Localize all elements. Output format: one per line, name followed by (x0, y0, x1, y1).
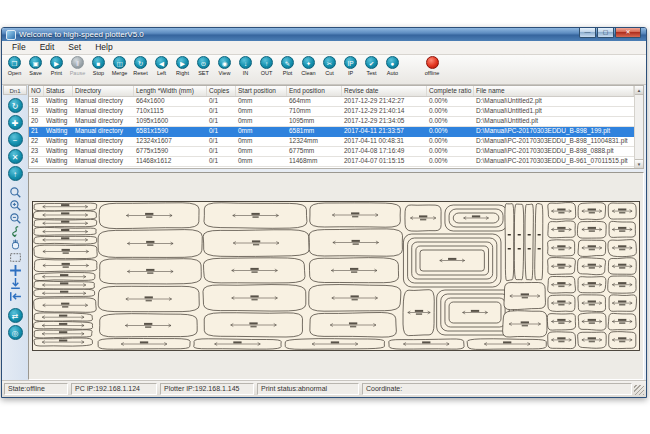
menu-item-edit[interactable]: Edit (33, 41, 62, 54)
table-cell: 21 (29, 127, 44, 136)
view-icon: ◉ (218, 56, 231, 69)
toolbar-button-view[interactable]: ◉View (214, 56, 235, 76)
sidebar-pan-hand-icon[interactable] (8, 238, 22, 251)
minimize-button[interactable]: — (579, 28, 596, 38)
column-header-copies[interactable]: Copies (207, 86, 236, 96)
resize-grip-icon[interactable] (634, 385, 644, 395)
toolbar-button-clean[interactable]: ✦Clean (298, 56, 319, 76)
table-row[interactable]: 25WaitingManual directory0x00/10mm0mm201… (29, 167, 634, 169)
table-cell: Waiting (44, 97, 73, 106)
toolbar-button-open[interactable]: ❐Open (4, 56, 25, 76)
column-header-revise-date[interactable]: Revise date (342, 86, 427, 96)
table-cell: 2017-12-29 21:40:14 (342, 107, 427, 116)
column-header-file-name[interactable]: File name (474, 86, 634, 96)
column-header-start-position[interactable]: Start position (236, 86, 287, 96)
toolbar-button-right[interactable]: ▶Right (172, 56, 193, 76)
offline-indicator[interactable]: offline (417, 56, 447, 76)
table-row[interactable]: 22WaitingManual directory12324x16070/10m… (29, 137, 634, 147)
sidebar-remove-icon[interactable]: − (8, 132, 23, 147)
table-row[interactable]: 21WaitingManual directory6581x15900/10mm… (29, 127, 634, 137)
table-cell: 0mm (236, 127, 287, 136)
sidebar-move-left-icon[interactable] (8, 290, 22, 303)
toolbar-button-left[interactable]: ◀Left (151, 56, 172, 76)
toolbar-button-merge[interactable]: ◫Merge (109, 56, 130, 76)
table-cell: 710x1115 (134, 107, 207, 116)
table-cell: 664mm (287, 97, 342, 106)
table-cell: 6581x1590 (134, 127, 207, 136)
toolbar-button-cut[interactable]: ✂Cut (319, 56, 340, 76)
sidebar-locate-icon[interactable]: ◎ (8, 325, 23, 340)
sidebar-crosshair-icon[interactable] (8, 264, 22, 277)
table-cell: 19 (29, 107, 44, 116)
table-cell: 2017-12-29 21:42:27 (342, 97, 427, 106)
open-icon: ❐ (8, 56, 21, 69)
table-cell: Manual directory (73, 97, 134, 106)
table-cell: Waiting (44, 127, 73, 136)
title-bar[interactable]: Welcome to high-speed plotterV5.0 — ▢ ✕ (2, 28, 646, 41)
desktop: Welcome to high-speed plotterV5.0 — ▢ ✕ … (0, 0, 650, 434)
table-cell: Waiting (44, 107, 73, 116)
column-header-end-position[interactable]: End position (287, 86, 342, 96)
scroll-up-icon[interactable]: ▲ (635, 86, 643, 95)
table-cell: 11468mm (287, 157, 342, 166)
scroll-down-icon[interactable]: ▼ (635, 159, 643, 168)
toolbar-button-plot[interactable]: ✎Plot (277, 56, 298, 76)
column-header-complete-ratio[interactable]: Complete ratio (427, 86, 474, 96)
toolbar-button-stop[interactable]: ■Stop (88, 56, 109, 76)
column-header-no[interactable]: NO (29, 86, 44, 96)
left-sidebar: Dn1 ↻✚−✕↑⇄◎ (2, 85, 28, 380)
menu-item-help[interactable]: Help (88, 41, 119, 54)
table-row[interactable]: 18WaitingManual directory664x16000/10mm6… (29, 97, 634, 107)
table-cell: 0/1 (207, 97, 236, 106)
table-row[interactable]: 24WaitingManual directory11468x16120/10m… (29, 157, 634, 167)
menu-item-file[interactable]: File (5, 41, 33, 54)
merge-icon: ◫ (113, 56, 126, 69)
table-cell: 0.00% (427, 117, 474, 126)
table-cell: Manual directory (73, 147, 134, 156)
column-header-status[interactable]: Status (44, 86, 73, 96)
toolbar-button-out[interactable]: ↑OUT (256, 56, 277, 76)
toolbar-button-label: Cut (325, 70, 334, 76)
table-cell: 0.00% (427, 127, 474, 136)
toolbar-button-label: Right (176, 70, 189, 76)
sidebar-refresh-curve-icon[interactable] (8, 225, 22, 238)
preview-panel[interactable] (28, 172, 644, 380)
toolbar-button-label: Stop (93, 70, 104, 76)
sidebar-move-down-icon[interactable] (8, 277, 22, 290)
sidebar-zoom-in-icon[interactable] (8, 199, 22, 212)
menu-item-set[interactable]: Set (61, 41, 88, 54)
toolbar-button-reset[interactable]: ↻Reset (130, 56, 151, 76)
toolbar-button-label: Merge (112, 70, 128, 76)
sidebar-zoom-icon[interactable] (8, 186, 22, 199)
marker-canvas[interactable] (32, 201, 640, 351)
column-header-directory[interactable]: Directory (73, 86, 134, 96)
maximize-button[interactable]: ▢ (597, 28, 614, 38)
sidebar-move-top-icon[interactable]: ↑ (8, 166, 23, 181)
toolbar-button-save[interactable]: ▣Save (25, 56, 46, 76)
toolbar-button-pause[interactable]: ‖Pause (67, 56, 88, 76)
table-cell: Manual directory (73, 167, 134, 169)
toolbar-button-test[interactable]: ✔Test (361, 56, 382, 76)
app-icon (6, 30, 16, 40)
table-row[interactable]: 23WaitingManual directory6775x15900/10mm… (29, 147, 634, 157)
sidebar-delete-icon[interactable]: ✕ (8, 149, 23, 164)
table-scrollbar[interactable]: ▲ ▼ (634, 86, 643, 168)
sidebar-zoom-out-icon[interactable] (8, 212, 22, 225)
sidebar-add-icon[interactable]: ✚ (8, 115, 23, 130)
sidebar-swap-icon[interactable]: ⇄ (8, 308, 23, 323)
table-row[interactable]: 20WaitingManual directory1095x16000/10mm… (29, 117, 634, 127)
table-cell: Manual directory (73, 117, 134, 126)
toolbar-button-print[interactable]: ▶Print (46, 56, 67, 76)
close-button[interactable]: ✕ (615, 28, 641, 38)
sidebar-rotate-icon[interactable]: ↻ (8, 98, 23, 113)
column-header-length-width-mm[interactable]: Length *Width (mm) (134, 86, 207, 96)
toolbar-button-set[interactable]: ⊙SET (193, 56, 214, 76)
table-header-row: NOStatusDirectoryLength *Width (mm)Copie… (29, 86, 634, 97)
window-controls: — ▢ ✕ (578, 28, 641, 38)
sidebar-marquee-select-icon[interactable] (8, 251, 22, 264)
toolbar-button-ip[interactable]: IPIP (340, 56, 361, 76)
toolbar-button-auto[interactable]: ●Auto (382, 56, 403, 76)
toolbar-button-label: IN (243, 70, 249, 76)
toolbar-button-in[interactable]: ↓IN (235, 56, 256, 76)
table-row[interactable]: 19WaitingManual directory710x11150/10mm7… (29, 107, 634, 117)
